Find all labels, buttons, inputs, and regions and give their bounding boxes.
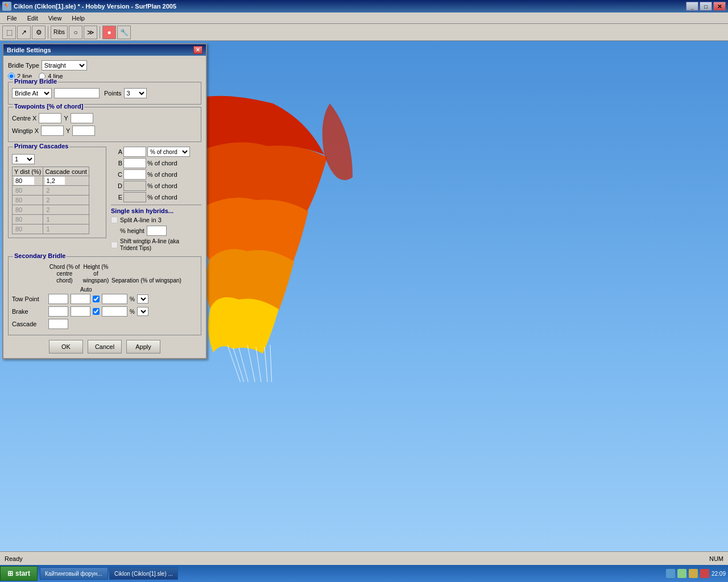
b-row: B 25 % of chord [111, 158, 201, 168]
menu-file[interactable]: File [2, 14, 22, 22]
cascade-count-0[interactable] [45, 177, 65, 185]
taskbar-item-0-label: Кайтинговый форун... [45, 571, 102, 577]
minimize-button[interactable]: _ [686, 2, 698, 11]
tow-point-row: Tow Point 28 70 61.465 % ▼ [12, 294, 197, 304]
tool-btn-3[interactable]: ⚙ [32, 26, 46, 39]
tow-chord-input[interactable]: 28 [48, 294, 68, 304]
a-unit-select[interactable]: % of chord [147, 147, 190, 157]
tray-icon-1 [666, 569, 675, 578]
sec-cascade-row: Cascade 1 [12, 319, 197, 329]
abcde-section: A 0 % of chord B 25 % of chord C [111, 147, 201, 254]
single-skin-section: Single skin hybrids... Split A-line in 3… [111, 207, 201, 252]
bridle-type-select[interactable]: Straight Cascade Custom [42, 60, 87, 70]
taskbar-right: 22:09 [664, 569, 728, 578]
brake-sep-pct: % [130, 309, 135, 315]
tool-btn-1[interactable]: ⬚ [2, 26, 16, 39]
wingtip-y-label: Y [66, 127, 70, 134]
b-input[interactable]: 25 [123, 158, 146, 168]
tray-icon-2 [677, 569, 686, 578]
tool-color[interactable]: ● [102, 26, 116, 39]
apply-button[interactable]: Apply [126, 340, 160, 354]
cascade-count-5[interactable] [45, 225, 65, 233]
tool-ribs[interactable]: Ribs [51, 26, 68, 39]
points-select[interactable]: 3 [124, 88, 147, 98]
c-unit: % of chord [147, 171, 177, 178]
cascade-y-1[interactable] [14, 186, 34, 194]
secondary-bridle-body: Chord (% of centre chord) Height (% of w… [12, 264, 197, 329]
tool-btn-6[interactable]: ≫ [84, 26, 97, 39]
height-label: % height [120, 227, 144, 234]
shift-wingtip-checkbox[interactable] [111, 242, 118, 248]
c-input[interactable]: 60 [123, 169, 146, 180]
status-ready: Ready [5, 555, 23, 562]
start-label: start [15, 569, 30, 577]
centre-y-input[interactable]: 130 [71, 113, 93, 123]
brake-auto-checkbox[interactable] [93, 308, 100, 315]
cascade-dropdown-row: 1 [12, 154, 102, 164]
cascade-y-3[interactable] [14, 206, 34, 214]
tray-icon-3 [689, 569, 698, 578]
svg-line-0 [233, 348, 276, 382]
start-button[interactable]: ⊞ start [0, 566, 38, 581]
taskbar-item-1[interactable]: Ciklon (Ciklon[1].sle) ... [109, 567, 178, 580]
cascade-y-2[interactable] [14, 196, 34, 204]
split-aline-checkbox[interactable] [111, 217, 118, 223]
sec-header-row: Chord (% of centre chord) Height (% of w… [12, 264, 197, 284]
svg-line-5 [264, 347, 276, 382]
start-icon: ⊞ [7, 569, 13, 577]
cascade-y-0[interactable] [14, 177, 34, 185]
dialog-title-text: Bridle Settings [7, 47, 51, 53]
b-unit: % of chord [147, 160, 177, 167]
tow-sep-input[interactable]: 61.465 [102, 294, 127, 304]
wingtip-y-input[interactable]: 130 [72, 126, 95, 136]
dialog-close-button[interactable]: ✕ [193, 46, 202, 54]
menu-help[interactable]: Help [67, 14, 89, 22]
cascade-y-4[interactable] [14, 215, 34, 223]
taskbar-item-0[interactable]: Кайтинговый форун... [40, 567, 108, 580]
d-input[interactable] [123, 181, 146, 191]
cascade-count-1[interactable] [45, 186, 65, 194]
brake-sep-input[interactable]: 61.465 [102, 306, 127, 317]
cascade-count-4[interactable] [45, 215, 65, 223]
shift-wingtip-label: Shift wingtip A-line (aka Trident Tips) [120, 238, 183, 252]
brake-height-input[interactable]: 50 [71, 306, 90, 317]
a-input[interactable]: 0 [123, 147, 146, 157]
bridle-at-input[interactable]: 1, 3, 5 [54, 88, 100, 98]
tow-height-input[interactable]: 70 [71, 294, 90, 304]
centre-x-input[interactable]: 22 [39, 113, 61, 123]
cascade-y-5[interactable] [14, 225, 34, 233]
menu-view[interactable]: View [44, 14, 67, 22]
centre-y-label: Y [64, 115, 68, 122]
tool-btn-2[interactable]: ↗ [17, 26, 31, 39]
cascade-select[interactable]: 1 [12, 154, 35, 164]
cascade-count-3[interactable] [45, 206, 65, 214]
towpoints-title: Towpoints [% of chord] [13, 103, 84, 110]
tow-sep-select[interactable]: ▼ [137, 294, 148, 304]
bridle-at-select[interactable]: Bridle At [12, 88, 52, 98]
close-button[interactable]: ✕ [713, 2, 726, 11]
cascade-row-5 [13, 225, 89, 234]
bridle-type-label: Bridle Type [8, 62, 39, 69]
menu-edit[interactable]: Edit [23, 14, 43, 22]
cascade-header-row: Y dist (%) Cascade count [13, 167, 89, 176]
wingtip-x-input[interactable]: 0 [41, 126, 64, 136]
ok-button[interactable]: OK [49, 340, 83, 354]
tool-btn-5[interactable]: ○ [69, 26, 82, 39]
height-input[interactable]: 50 [147, 226, 167, 236]
split-aline-row: Split A-line in 3 [111, 217, 201, 223]
separation-header: Separation (% of wingspan) [111, 277, 181, 284]
svg-line-6 [270, 345, 276, 382]
brake-chord-input[interactable]: 92 [48, 306, 68, 317]
maximize-button[interactable]: □ [700, 2, 712, 11]
taskbar-clock: 22:09 [712, 571, 726, 577]
e-input[interactable]: 100 [123, 192, 146, 202]
tow-auto-checkbox[interactable] [93, 296, 100, 302]
bridle-settings-dialog: Bridle Settings ✕ Bridle Type Straight C… [2, 43, 207, 359]
toolbar: ⬚ ↗ ⚙ Ribs ○ ≫ ● 🔧 [0, 24, 728, 41]
tool-settings[interactable]: 🔧 [117, 26, 131, 39]
cancel-button[interactable]: Cancel [88, 340, 122, 354]
sec-cascade-input[interactable]: 1 [48, 319, 68, 329]
brake-sep-select[interactable]: ▼ [137, 307, 148, 316]
wingtip-row: Wingtip X 0 Y 130 [12, 126, 197, 136]
cascade-count-2[interactable] [45, 196, 65, 204]
